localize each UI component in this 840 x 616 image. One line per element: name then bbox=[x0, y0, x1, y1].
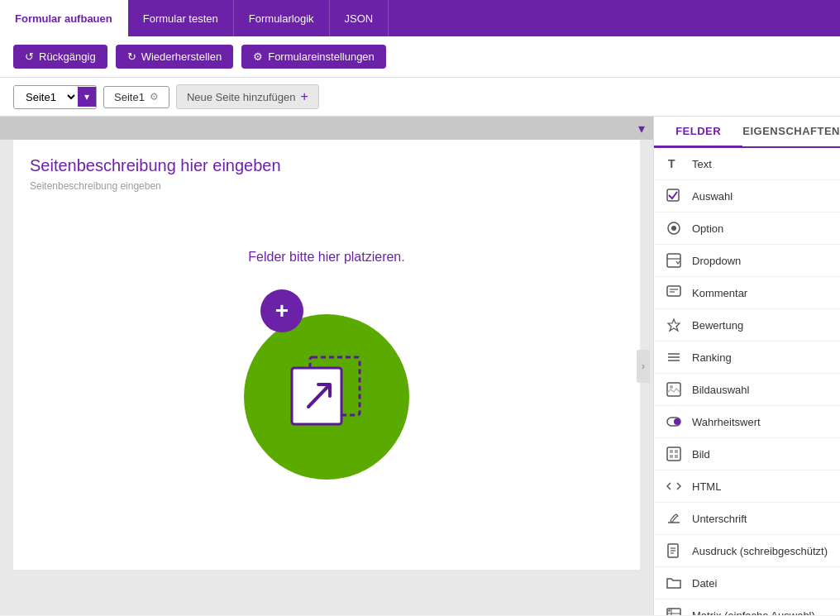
svg-point-16 bbox=[670, 385, 673, 389]
svg-rect-15 bbox=[667, 383, 680, 396]
tab-eigenschaften[interactable]: EIGENSCHAFTEN bbox=[742, 117, 840, 146]
field-label-matrix_ein: Matrix (einfache Auswahl) bbox=[692, 609, 815, 616]
field-label-datei: Datei bbox=[692, 577, 717, 590]
pages-bar: Seite1 ▾ Seite1 ⚙ Neue Seite hinzufügen … bbox=[0, 78, 840, 117]
collapse-bar: ▾ bbox=[0, 117, 653, 140]
field-icon-unterschrift bbox=[666, 510, 682, 527]
nav-tab-logik[interactable]: Formularlogik bbox=[234, 0, 330, 36]
field-icon-html bbox=[666, 478, 682, 494]
field-label-kommentar: Kommentar bbox=[692, 287, 747, 299]
field-item-option[interactable]: Option bbox=[654, 212, 840, 245]
gear-icon: ⚙ bbox=[253, 50, 263, 63]
nav-tab-json[interactable]: JSON bbox=[330, 0, 389, 36]
svg-point-33 bbox=[668, 609, 670, 611]
svg-rect-23 bbox=[675, 455, 678, 458]
svg-marker-11 bbox=[668, 319, 680, 331]
redo-button[interactable]: ↻ Wiederherstellen bbox=[116, 45, 234, 69]
form-canvas: Seitenbeschreibung hier eingeben Seitenb… bbox=[13, 140, 640, 570]
field-item-datei[interactable]: Datei bbox=[654, 567, 840, 599]
svg-point-18 bbox=[674, 418, 680, 425]
plus-icon: + bbox=[300, 89, 308, 104]
field-item-unterschrift[interactable]: Unterschrift bbox=[654, 503, 840, 535]
undo-icon: ↺ bbox=[25, 50, 34, 63]
field-label-ausdruck: Ausdruck (schreibgeschützt) bbox=[692, 545, 828, 557]
panel-tabs: FELDER EIGENSCHAFTEN bbox=[654, 117, 840, 148]
main-layout: ▾ Seitenbeschreibung hier eingeben Seite… bbox=[0, 117, 840, 615]
nav-tab-testen[interactable]: Formular testen bbox=[128, 0, 234, 36]
field-label-text: Text bbox=[692, 158, 712, 170]
drop-text: Felder bitte hier platzieren. bbox=[248, 250, 404, 265]
field-icon-wahrheitswert bbox=[666, 413, 682, 430]
svg-rect-19 bbox=[667, 447, 680, 461]
svg-rect-22 bbox=[670, 455, 673, 458]
field-icon-ausdruck bbox=[666, 542, 682, 559]
undo-button[interactable]: ↺ Rückgängig bbox=[13, 45, 107, 69]
drop-area: Felder bitte hier platzieren. + bbox=[30, 217, 623, 471]
form-icon bbox=[285, 353, 368, 430]
field-label-auswahl: Auswahl bbox=[692, 190, 733, 203]
field-icon-option bbox=[666, 220, 682, 236]
field-item-html[interactable]: HTML bbox=[654, 470, 840, 503]
nav-tab-aufbauen[interactable]: Formular aufbauen bbox=[0, 0, 128, 36]
field-item-text[interactable]: TText bbox=[654, 148, 840, 180]
field-item-kommentar[interactable]: Kommentar bbox=[654, 277, 840, 309]
right-panel: FELDER EIGENSCHAFTEN TTextAuswahlOptionD… bbox=[653, 117, 840, 615]
field-item-bildauswahl[interactable]: Bildauswahl bbox=[654, 374, 840, 406]
field-icon-bild bbox=[666, 446, 682, 462]
drop-icon-wrap: + bbox=[244, 289, 409, 455]
field-item-auswahl[interactable]: Auswahl bbox=[654, 180, 840, 212]
page-settings-icon: ⚙ bbox=[150, 91, 159, 103]
settings-button[interactable]: ⚙ Formulareinstellungen bbox=[241, 45, 386, 69]
page-select-wrap: Seite1 ▾ bbox=[13, 85, 97, 109]
svg-text:T: T bbox=[668, 157, 675, 170]
page-select-dropdown-btn[interactable]: ▾ bbox=[78, 87, 96, 107]
field-label-dropdown: Dropdown bbox=[692, 255, 741, 267]
field-label-ranking: Ranking bbox=[692, 351, 732, 364]
field-label-bildauswahl: Bildauswahl bbox=[692, 384, 749, 396]
field-label-wahrheitswert: Wahrheitswert bbox=[692, 416, 761, 428]
form-title: Seitenbeschreibung hier eingeben bbox=[30, 156, 623, 175]
page-select[interactable]: Seite1 bbox=[14, 86, 78, 108]
field-icon-dropdown bbox=[666, 252, 682, 269]
field-label-bild: Bild bbox=[692, 448, 710, 461]
field-label-bewertung: Bewertung bbox=[692, 319, 743, 332]
form-subtitle: Seitenbeschreibung eingeben bbox=[30, 180, 623, 192]
field-icon-bewertung bbox=[666, 317, 682, 333]
tab-felder[interactable]: FELDER bbox=[654, 117, 742, 148]
svg-rect-21 bbox=[675, 450, 678, 453]
field-item-wahrheitswert[interactable]: Wahrheitswert bbox=[654, 406, 840, 438]
field-label-html: HTML bbox=[692, 480, 721, 493]
add-field-button[interactable]: + bbox=[260, 289, 303, 332]
field-icon-kommentar bbox=[666, 284, 682, 301]
field-icon-matrix_ein bbox=[666, 607, 682, 615]
field-item-bild[interactable]: Bild bbox=[654, 438, 840, 470]
field-item-matrix_ein[interactable]: Matrix (einfache Auswahl) bbox=[654, 599, 840, 615]
field-item-ausdruck[interactable]: Ausdruck (schreibgeschützt) bbox=[654, 535, 840, 567]
field-label-unterschrift: Unterschrift bbox=[692, 513, 747, 525]
canvas-area: ▾ Seitenbeschreibung hier eingeben Seite… bbox=[0, 117, 653, 615]
add-page-button[interactable]: Neue Seite hinzufügen + bbox=[176, 84, 319, 109]
panel-collapse-handle[interactable]: › bbox=[637, 350, 650, 383]
field-icon-text: T bbox=[666, 155, 682, 172]
field-item-bewertung[interactable]: Bewertung bbox=[654, 309, 840, 341]
svg-rect-8 bbox=[667, 286, 680, 296]
field-item-dropdown[interactable]: Dropdown bbox=[654, 245, 840, 277]
field-list: TTextAuswahlOptionDropdownKommentarBewer… bbox=[654, 148, 840, 615]
page-tab-seite1[interactable]: Seite1 ⚙ bbox=[103, 86, 169, 108]
svg-rect-20 bbox=[670, 450, 673, 453]
svg-rect-29 bbox=[667, 609, 680, 615]
field-label-option: Option bbox=[692, 222, 723, 235]
field-icon-auswahl bbox=[666, 188, 682, 204]
field-item-ranking[interactable]: Ranking bbox=[654, 341, 840, 374]
field-icon-bildauswahl bbox=[666, 381, 682, 398]
toolbar: ↺ Rückgängig ↻ Wiederherstellen ⚙ Formul… bbox=[0, 36, 840, 78]
field-icon-ranking bbox=[666, 349, 682, 365]
field-icon-datei bbox=[666, 575, 682, 591]
collapse-canvas-btn[interactable]: ▾ bbox=[638, 121, 645, 136]
svg-point-5 bbox=[671, 226, 676, 231]
svg-rect-6 bbox=[667, 254, 680, 267]
redo-icon: ↻ bbox=[127, 50, 136, 63]
top-nav: Formular aufbauen Formular testen Formul… bbox=[0, 0, 840, 36]
